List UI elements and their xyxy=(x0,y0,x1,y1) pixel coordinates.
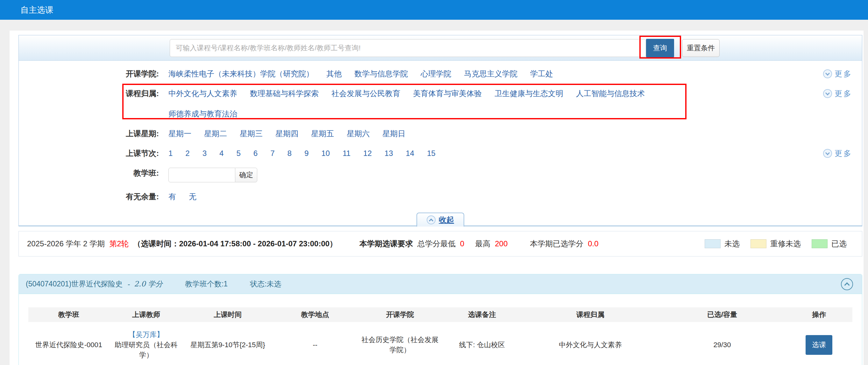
legend-label: 已选 xyxy=(831,239,847,249)
legend-item-selected: 已选 xyxy=(812,239,847,249)
requirement-label: 本学期选课要求 xyxy=(360,239,413,249)
filter-row-teaching-class: 教学班: 确定 xyxy=(19,163,862,187)
class-count-label: 教学班个数: xyxy=(185,279,223,289)
table-header-cell: 课程归属 xyxy=(522,307,659,322)
cell-time: 星期五第9-10节{2-15周} xyxy=(183,322,273,365)
app-header: 自主选课 xyxy=(0,0,868,20)
query-button[interactable]: 查询 xyxy=(646,39,674,57)
college-option-link[interactable]: 马克思主义学院 xyxy=(464,68,518,79)
reset-button[interactable]: 重置条件 xyxy=(682,39,720,57)
table-header-row: 教学班上课教师上课时间教学地点开课学院选课备注课程归属已选/容量操作 xyxy=(28,307,852,322)
weekday-option-link[interactable]: 星期四 xyxy=(275,128,298,139)
select-course-button[interactable]: 选课 xyxy=(806,335,832,355)
category-option-link[interactable]: 师德养成与教育法治 xyxy=(168,108,237,119)
more-label: 更多 xyxy=(835,68,852,79)
period-options: 123456789101112131415 xyxy=(168,148,436,159)
college-option-link[interactable]: 学工处 xyxy=(530,68,553,79)
period-option-link[interactable]: 9 xyxy=(304,148,309,159)
category-more-link[interactable]: 更多 xyxy=(823,88,852,99)
weekday-option-link[interactable]: 星期六 xyxy=(347,128,370,139)
cell-college: 社会历史学院（社会发展学院） xyxy=(358,322,442,365)
filter-row-college: 开课学院: 海峡柔性电子（未来科技）学院（研究院）其他数学与信息学院心理学院马克… xyxy=(19,64,862,84)
more-label: 更多 xyxy=(835,148,852,159)
weekday-option-link[interactable]: 星期日 xyxy=(382,128,405,139)
table-header-cell: 教学地点 xyxy=(272,307,358,322)
period-label: 上课节次: xyxy=(19,148,168,159)
legend-item-unselected: 未选 xyxy=(705,239,740,249)
college-option-link[interactable]: 数学与信息学院 xyxy=(354,68,408,79)
period-option-link[interactable]: 3 xyxy=(203,148,207,159)
table-header-cell: 上课教师 xyxy=(109,307,183,322)
legend-label: 重修未选 xyxy=(770,239,801,249)
college-more-link[interactable]: 更多 xyxy=(823,68,852,79)
period-option-link[interactable]: 2 xyxy=(185,148,189,159)
course-title: (5040740201)世界近代探险史 xyxy=(26,279,123,289)
filter-row-capacity: 有无余量: 有无 xyxy=(19,187,862,206)
period-option-link[interactable]: 7 xyxy=(270,148,275,159)
period-option-link[interactable]: 5 xyxy=(236,148,240,159)
period-option-link[interactable]: 10 xyxy=(321,148,330,159)
category-option-link[interactable]: 人工智能与信息技术 xyxy=(576,88,645,99)
college-options: 海峡柔性电子（未来科技）学院（研究院）其他数学与信息学院心理学院马克思主义学院学… xyxy=(168,68,553,79)
credit-dash: - xyxy=(127,280,130,288)
main-container: 查询 重置条件 开课学院: 海峡柔性电子（未来科技）学院（研究院）其他数学与信息… xyxy=(9,31,864,365)
teacher-link[interactable]: 【吴万库】 xyxy=(129,331,164,339)
category-option-link[interactable]: 中外文化与人文素养 xyxy=(168,88,237,99)
weekday-option-link[interactable]: 星期三 xyxy=(240,128,263,139)
weekday-option-link[interactable]: 星期二 xyxy=(204,128,227,139)
period-option-link[interactable]: 4 xyxy=(219,148,223,159)
period-option-link[interactable]: 14 xyxy=(406,148,414,159)
period-option-link[interactable]: 12 xyxy=(363,148,372,159)
period-more-link[interactable]: 更多 xyxy=(823,148,852,159)
period-option-link[interactable]: 15 xyxy=(427,148,436,159)
college-option-link[interactable]: 海峡柔性电子（未来科技）学院（研究院） xyxy=(168,68,314,79)
teacher-title: 助理研究员（社会科学） xyxy=(115,341,178,359)
table-header-cell: 已选/容量 xyxy=(659,307,786,322)
confirm-button[interactable]: 确定 xyxy=(235,168,257,182)
capacity-option-link[interactable]: 无 xyxy=(189,191,196,202)
teaching-class-input[interactable] xyxy=(168,168,235,182)
collapse-course-button[interactable] xyxy=(841,278,853,290)
category-options: 中外文化与人文素养数理基础与科学探索社会发展与公民教育美育体育与审美体验卫生健康… xyxy=(168,88,691,119)
min-credit-value: 0 xyxy=(460,239,464,248)
course-status-value: 未选 xyxy=(267,279,281,289)
period-option-link[interactable]: 8 xyxy=(287,148,292,159)
table-header-cell: 操作 xyxy=(785,307,852,322)
period-option-link[interactable]: 13 xyxy=(385,148,393,159)
status-legend: 未选 重修未选 已选 xyxy=(705,239,847,249)
table-header-cell: 教学班 xyxy=(28,307,109,322)
selection-time-text: （选课时间：2026-01-04 17:58:00 - 2026-01-07 2… xyxy=(133,239,337,249)
college-option-link[interactable]: 其他 xyxy=(327,68,342,79)
legend-swatch-unselected xyxy=(705,239,720,248)
cell-location: -- xyxy=(272,322,358,365)
weekday-option-link[interactable]: 星期五 xyxy=(311,128,334,139)
search-input[interactable] xyxy=(170,39,646,57)
category-option-link[interactable]: 卫生健康与生态文明 xyxy=(495,88,563,99)
course-header[interactable]: (5040740201)世界近代探险史 - 2.0 学分 教学班个数: 1 状态… xyxy=(19,274,862,294)
semester-info-bar: 2025-2026 学年 2 学期 第2轮 （选课时间：2026-01-04 1… xyxy=(19,231,862,257)
category-option-link[interactable]: 社会发展与公民教育 xyxy=(332,88,400,99)
filter-row-period: 上课节次: 123456789101112131415 更多 xyxy=(19,143,862,163)
collapse-filter-button[interactable]: 收起 xyxy=(416,212,464,227)
course-credit: 2.0 学分 xyxy=(134,279,163,289)
more-label: 更多 xyxy=(835,88,852,99)
weekday-option-link[interactable]: 星期一 xyxy=(168,128,191,139)
filter-row-category: 课程归属: 中外文化与人文素养数理基础与科学探索社会发展与公民教育美育体育与审美… xyxy=(19,84,862,124)
legend-item-retake: 重修未选 xyxy=(750,239,801,249)
table-header-cell: 上课时间 xyxy=(183,307,273,322)
period-option-link[interactable]: 11 xyxy=(343,148,350,159)
capacity-option-link[interactable]: 有 xyxy=(168,191,176,202)
capacity-label: 有无余量: xyxy=(19,191,168,202)
category-option-link[interactable]: 美育体育与审美体验 xyxy=(413,88,482,99)
collapse-label: 收起 xyxy=(439,215,454,225)
college-option-link[interactable]: 心理学院 xyxy=(421,68,451,79)
max-credit-label: 最高 xyxy=(475,239,490,249)
cell-category: 中外文化与人文素养 xyxy=(522,322,659,365)
filter-rows: 开课学院: 海峡柔性电子（未来科技）学院（研究院）其他数学与信息学院心理学院马克… xyxy=(19,61,862,226)
period-option-link[interactable]: 1 xyxy=(168,148,173,159)
category-option-link[interactable]: 数理基础与科学探索 xyxy=(250,88,319,99)
course-card: (5040740201)世界近代探险史 - 2.0 学分 教学班个数: 1 状态… xyxy=(19,274,862,365)
period-option-link[interactable]: 6 xyxy=(253,148,257,159)
max-credit-value: 200 xyxy=(495,239,507,248)
cell-action: 选课 xyxy=(785,322,852,365)
